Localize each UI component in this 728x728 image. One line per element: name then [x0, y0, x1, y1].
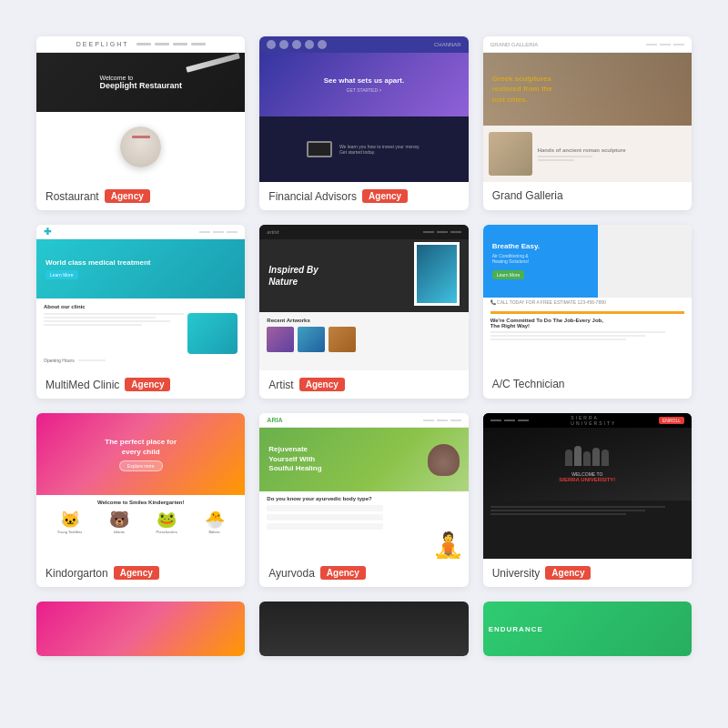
nav-item	[423, 231, 434, 233]
card-clinic[interactable]: ✚ World class medical treatment Learn Mo…	[36, 225, 245, 399]
card-preview-clinic: ✚ World class medical treatment Learn Mo…	[36, 225, 245, 370]
hero-galleria: Greek sculpturesrestored from thelost ci…	[483, 53, 692, 126]
bowl-icon-ayurveda	[428, 444, 460, 476]
card-footer-clinic: MultiMed Clinic Agency	[36, 370, 245, 399]
about-label-clinic: About our clinic	[44, 304, 238, 309]
hero-text-university: SIERRA UNIVERSITY!	[559, 477, 615, 482]
card-preview-kindergarten: The perfect place forevery child Explore…	[36, 413, 245, 559]
hero-btn-kindergarten: Explore more	[119, 460, 163, 471]
hero-text-kindergarten: The perfect place forevery child	[105, 437, 177, 457]
card-preview-ayurveda: ARIA RejuvenateYourself WithSoulful Heal…	[259, 413, 468, 559]
hero-clinic: World class medical treatment Learn More	[36, 239, 245, 298]
section2-ayurveda: Do you know your ayurvedic body type? 🧘	[259, 491, 468, 559]
logo-galleria: GRAND GALLERIA	[490, 42, 539, 47]
mascot-2: 🐻Infants	[109, 510, 129, 534]
cross-icon-clinic: ✚	[44, 227, 51, 237]
card-preview-financial: CHANNAR See what sets us apart. GET STAR…	[259, 36, 468, 182]
dot4	[305, 40, 314, 49]
nav-item	[191, 43, 206, 46]
nav-item	[518, 420, 529, 421]
timing-row: Opening Hours	[44, 358, 238, 363]
section2-lines-university	[490, 506, 684, 515]
logo-restaurant: DEEPLIGHT	[76, 41, 129, 47]
plate-icon	[120, 126, 161, 167]
card-badge-ayurveda: Agency	[320, 566, 366, 580]
logo-financial: CHANNAR	[434, 42, 461, 47]
partial-card-dark	[259, 602, 468, 656]
card-ac[interactable]: Breathe Easy. Air Conditioning &Heating …	[483, 225, 692, 399]
card-ayurveda[interactable]: ARIA RejuvenateYourself WithSoulful Heal…	[259, 413, 468, 587]
grad-crowd	[565, 446, 609, 466]
line	[44, 324, 142, 326]
card-footer-financial: Financial Advisors Agency	[259, 182, 468, 210]
nav-restaurant	[136, 43, 206, 46]
card-kindergarten[interactable]: The perfect place forevery child Explore…	[36, 413, 245, 587]
top-bar-financial: CHANNAR	[259, 36, 468, 53]
card-financial[interactable]: CHANNAR See what sets us apart. GET STAR…	[259, 36, 468, 210]
person	[592, 448, 600, 466]
top-bar-ayurveda: ARIA	[259, 413, 468, 428]
nav-university	[490, 420, 529, 421]
hero-restaurant: Welcome toDeeplight Restaurant	[36, 53, 245, 112]
line1	[538, 156, 592, 157]
card-restaurant[interactable]: DEEPLIGHT Welcome toDeeplight Restaurant	[36, 36, 245, 210]
card-footer-kindergarten: Kindorgarton Agency	[36, 559, 245, 587]
mascot-row-kindergarten: 🐱Young Toddlers 🐻Infants 🐸Preschoolers 🐣…	[44, 510, 238, 534]
card-title-financial: Financial Advisors	[268, 190, 357, 203]
nav-item	[450, 420, 461, 421]
nav-item	[213, 231, 224, 233]
card-artist[interactable]: artist Inspired ByNature Recent Artworks	[259, 225, 468, 399]
hero-artist: Inspired ByNature	[259, 239, 468, 312]
hero-financial: See what sets us apart. GET STARTED >	[259, 53, 468, 116]
nav-item	[490, 420, 501, 421]
logo-university: SIERRAUNIVERSITY	[571, 415, 616, 426]
card-preview-ac: Breathe Easy. Air Conditioning &Heating …	[483, 225, 692, 370]
card-galleria[interactable]: GRAND GALLERIA Greek sculpturesrestored …	[483, 36, 692, 210]
nav-item	[450, 231, 461, 233]
logo-artist: artist	[267, 229, 278, 235]
card-badge-kindergarten: Agency	[114, 566, 159, 580]
person	[602, 450, 609, 466]
hero-btn-clinic: Learn More	[46, 270, 78, 279]
card-badge-artist: Agency	[299, 378, 345, 391]
mini-art-2	[298, 327, 325, 352]
card-preview-galleria: GRAND GALLERIA Greek sculpturesrestored …	[483, 36, 692, 182]
nav-artist	[423, 231, 461, 233]
dot3	[292, 40, 301, 49]
nav-item	[437, 231, 448, 233]
section2-artist: Recent Artworks	[259, 312, 468, 370]
line	[490, 510, 646, 511]
section2-university	[483, 500, 692, 559]
hero-ayurveda: RejuvenateYourself WithSoulful Healing	[259, 428, 468, 491]
mascot-3: 🐸Preschoolers	[157, 510, 177, 534]
card-preview-restaurant: DEEPLIGHT Welcome toDeeplight Restaurant	[36, 36, 245, 182]
card-badge-financial: Agency	[362, 189, 408, 203]
food-decoration	[132, 136, 150, 138]
card-title-ayurveda: Ayurvoda	[268, 567, 314, 580]
card-title-galleria: Grand Galleria	[492, 189, 563, 202]
nav-ayurveda	[423, 420, 461, 421]
card-university[interactable]: SIERRAUNIVERSITY ENROLL WELCOME TO SIERR…	[483, 413, 692, 587]
clinic-widget	[187, 313, 238, 354]
hero-text-area-ac: Breathe Easy. Air Conditioning &Heating …	[492, 242, 682, 280]
dot5	[318, 40, 327, 49]
hero-text-ayurveda: RejuvenateYourself WithSoulful Healing	[268, 445, 321, 473]
artwork-row-artist	[267, 327, 460, 352]
hero-text-galleria: Greek sculpturesrestored from thelost ci…	[492, 74, 552, 105]
section2-label-galleria: Hands of ancient roman sculpture	[538, 147, 626, 153]
clinic-content	[44, 313, 238, 354]
hero-text-clinic: World class medical treatment	[46, 258, 150, 267]
top-bar-university: SIERRAUNIVERSITY ENROLL	[483, 413, 692, 428]
partial-preview-dark	[259, 602, 468, 656]
card-title-ac: A/C Technician	[492, 378, 565, 390]
card-grid: DEEPLIGHT Welcome toDeeplight Restaurant	[36, 36, 692, 587]
card-badge-university: Agency	[545, 566, 591, 580]
nav-item	[504, 420, 515, 421]
section2-kindergarten: Welcome to Smiles Kindergarten! 🐱Young T…	[36, 495, 245, 559]
timing-line	[78, 359, 106, 361]
nav-item	[136, 43, 151, 46]
hero-text-financial: See what sets us apart.	[324, 76, 404, 85]
accent-line-ac	[490, 311, 684, 314]
line	[490, 513, 626, 515]
card-title-artist: Artist	[268, 379, 293, 391]
